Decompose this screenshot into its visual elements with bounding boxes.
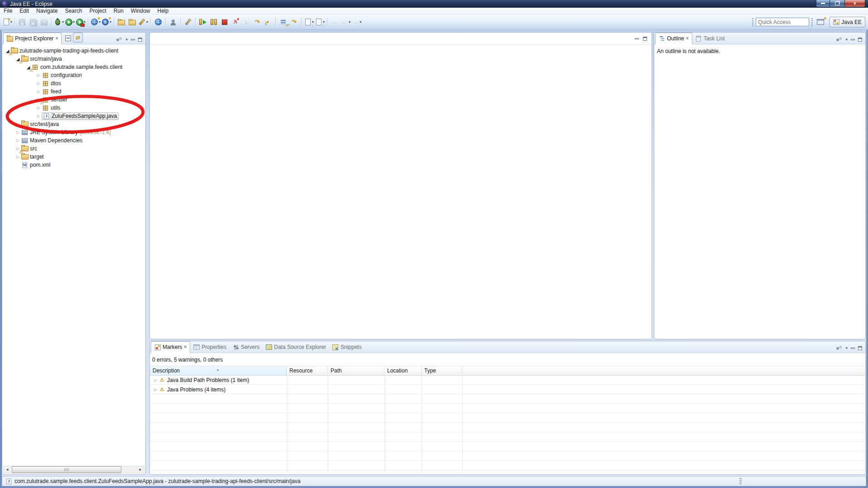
minimize-view-button[interactable]: [851, 348, 855, 349]
step-into-button[interactable]: ↓: [241, 17, 252, 28]
tree-item-project[interactable]: ◢ ⚠ zulutrade-sample-trading-api-feeds-c…: [2, 47, 145, 55]
minimize-window-button[interactable]: [816, 0, 830, 7]
maximize-view-button[interactable]: [138, 38, 142, 42]
tree-item-package-root[interactable]: ◢ ⚠ com.zulutrade.sample.feeds.client: [2, 63, 145, 71]
selected-item[interactable]: J ZuluFeedsSampleApp.java: [42, 112, 119, 120]
minimize-editor-button[interactable]: [635, 38, 639, 39]
expander-icon[interactable]: ▷: [36, 106, 42, 110]
close-icon[interactable]: ×: [55, 36, 58, 41]
back-button[interactable]: ←▾: [340, 17, 351, 28]
run-button[interactable]: ▾: [64, 17, 75, 28]
import-button[interactable]: ↓: [116, 17, 127, 28]
java-ee-perspective-button[interactable]: Java EE: [830, 17, 865, 27]
menu-project[interactable]: Project: [86, 8, 110, 14]
tab-servers[interactable]: Servers: [230, 342, 263, 353]
tab-markers[interactable]: Markers ×: [151, 341, 190, 353]
tab-properties[interactable]: Properties: [190, 342, 230, 353]
maximize-editor-button[interactable]: [643, 37, 647, 41]
expander-icon[interactable]: ▷: [153, 378, 159, 382]
expander-icon[interactable]: ▷: [153, 387, 159, 392]
tree-item-utils[interactable]: ▷ utils: [2, 104, 145, 112]
tree-item-jre-system-library[interactable]: ▷ JRE System Library [JavaSE-1.6]: [2, 128, 145, 136]
close-icon[interactable]: ×: [184, 345, 187, 349]
new-markup-button[interactable]: ▾: [138, 17, 149, 28]
tab-project-explorer[interactable]: Project Explorer ×: [3, 33, 62, 44]
tree-item-src-main-java[interactable]: ◢ ⚠ src/main/java: [2, 55, 145, 63]
step-return-button[interactable]: ↷: [263, 17, 273, 28]
save-all-button[interactable]: [28, 17, 38, 28]
tab-task-list[interactable]: Task List: [692, 33, 728, 44]
menu-search[interactable]: Search: [61, 8, 86, 14]
web-browser-button[interactable]: [153, 17, 163, 28]
column-path[interactable]: Path: [328, 366, 384, 375]
view-menu-button[interactable]: ▾: [845, 37, 848, 42]
maximize-view-button[interactable]: [858, 346, 862, 350]
titlebar[interactable]: Java EE - Eclipse ×: [0, 0, 868, 8]
step-over-button[interactable]: ↷: [252, 17, 263, 28]
previous-annotation-button[interactable]: ↑▾: [314, 17, 325, 28]
restore-window-button[interactable]: [830, 0, 845, 7]
menu-window[interactable]: Window: [127, 8, 154, 14]
export-button[interactable]: [127, 17, 138, 28]
menu-navigate[interactable]: Navigate: [33, 8, 61, 14]
table-row-java-build-path-problems[interactable]: ▷ ⚠ Java Build Path Problems (1 item): [150, 375, 865, 385]
tree-item-src[interactable]: ▷ ⚠ src: [2, 145, 145, 153]
tree-item-target[interactable]: ▷ target: [2, 153, 145, 161]
terminate-button[interactable]: [219, 17, 230, 28]
tab-data-source-explorer[interactable]: Data Source Explorer: [263, 342, 329, 353]
quick-access-input[interactable]: [756, 18, 809, 26]
column-location[interactable]: Location: [384, 366, 422, 375]
tree-item-configuration[interactable]: ▷ configuration: [2, 71, 145, 79]
maximize-view-button[interactable]: [858, 38, 862, 42]
tab-snippets[interactable]: Snippets: [329, 342, 365, 353]
web-service-explorer-button[interactable]: S★▾: [101, 17, 112, 28]
minimize-view-button[interactable]: [131, 39, 135, 40]
close-window-button[interactable]: ×: [845, 0, 865, 7]
save-button[interactable]: [17, 17, 28, 28]
goto-last-edit-button[interactable]: ↶: [278, 17, 288, 28]
new-wizard-button[interactable]: ★▾: [2, 17, 13, 28]
tree-item-sender[interactable]: ▷ ⚠ sender: [2, 96, 145, 104]
expander-icon[interactable]: ▷: [36, 73, 42, 77]
tab-outline[interactable]: Outline ×: [655, 33, 692, 44]
expander-icon[interactable]: ▷: [15, 138, 21, 143]
tree-item-feed[interactable]: ▷ feed: [2, 87, 145, 96]
tree-item-pom-xml[interactable]: M pom.xml: [2, 161, 145, 169]
tree-item-zulufeedssampleapp[interactable]: ▷ J ZuluFeedsSampleApp.java: [2, 112, 145, 120]
expander-icon[interactable]: ▷: [15, 155, 21, 159]
tree-item-src-test-java[interactable]: ▷ src/test/java: [2, 120, 145, 128]
expander-icon[interactable]: ▷: [36, 81, 42, 86]
tree-item-maven-dependencies[interactable]: ▷ Maven Dependencies: [2, 136, 145, 145]
open-perspective-button[interactable]: ★: [815, 17, 826, 28]
column-type[interactable]: Type: [422, 366, 462, 375]
tree-item-dtos[interactable]: ▷ dtos: [2, 79, 145, 87]
menu-edit[interactable]: Edit: [16, 8, 33, 14]
last-edit-location-button[interactable]: ↷: [288, 17, 299, 28]
column-resource[interactable]: Resource: [287, 366, 328, 375]
scroll-right-icon[interactable]: ►: [137, 468, 144, 472]
debug-button[interactable]: ▾: [53, 17, 64, 28]
last-edit-arrow-button[interactable]: ←: [329, 17, 340, 28]
minimize-view-button[interactable]: [851, 39, 855, 40]
menu-help[interactable]: Help: [154, 8, 173, 14]
menu-file[interactable]: File: [0, 8, 16, 14]
horizontal-scrollbar[interactable]: ◄ ►: [3, 466, 144, 474]
next-annotation-button[interactable]: ↓▾: [303, 17, 314, 28]
collapse-all-button[interactable]: [65, 35, 71, 41]
menu-run[interactable]: Run: [110, 8, 127, 14]
link-with-editor-button[interactable]: ⇄: [73, 33, 83, 43]
table-row-java-problems[interactable]: ▷ ⚠ Java Problems (4 items): [150, 385, 865, 394]
forward-button[interactable]: →▾: [351, 17, 362, 28]
view-menu-button[interactable]: ▾: [125, 37, 128, 42]
team-button[interactable]: [168, 17, 178, 28]
suspend-button[interactable]: [208, 17, 219, 28]
print-button[interactable]: [38, 17, 49, 28]
external-tools-button[interactable]: ▾: [75, 17, 86, 28]
scroll-left-icon[interactable]: ◄: [4, 468, 11, 472]
expander-icon[interactable]: ▷: [36, 114, 42, 118]
expander-icon[interactable]: ▷: [15, 122, 21, 126]
mark-occurrences-button[interactable]: /: [182, 17, 193, 28]
expander-icon[interactable]: ▷: [36, 89, 42, 94]
disconnect-button[interactable]: N: [230, 17, 241, 28]
resume-button[interactable]: [197, 17, 208, 28]
